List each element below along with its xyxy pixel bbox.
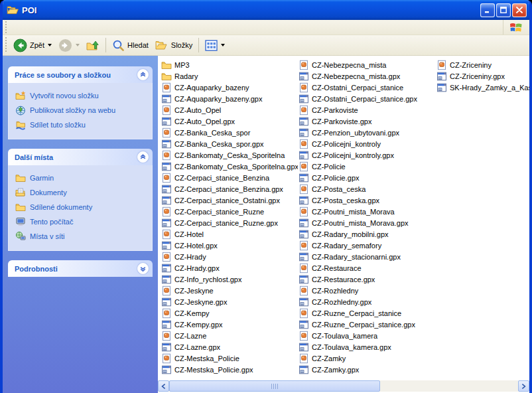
file-item[interactable]: CZ-Jeskyne [161,285,298,296]
file-item[interactable]: CZ-Cerpaci_stanice_Ostatni.gpx [161,195,298,206]
file-item[interactable]: CZ-Banka_Ceska_spor.gpx [161,138,298,149]
file-item[interactable]: CZ-Auto_Opel.gpx [161,116,298,127]
scrollbar-track[interactable] [380,380,518,392]
file-item[interactable]: CZ-Policie [299,161,435,172]
file-item[interactable]: CZ-Posta_ceska [299,183,435,195]
forward-button[interactable] [55,37,83,54]
file-item[interactable]: SK-Hrady_Zamky_a_Kast [436,82,529,93]
maximize-button[interactable] [496,3,511,17]
file-item[interactable]: CZ-Parkoviste.gpx [299,116,435,127]
file-item[interactable]: CZ-Policie.gpx [299,172,435,183]
forward-dropdown-icon[interactable] [76,44,80,46]
views-dropdown-icon[interactable] [221,44,225,46]
file-item[interactable]: CZ-Poutni_mista_Morava.gpx [299,217,435,228]
folders-button[interactable]: Složky [152,38,196,53]
sidebar-item[interactable]: Sdílené dokumenty [15,200,149,214]
poi-file-icon [161,206,172,217]
file-item[interactable]: CZ-Zriceniny [436,59,529,70]
file-item[interactable]: CZ-Posta_ceska.gpx [299,195,435,206]
file-name: CZ-Toulava_kamera.gpx [312,343,391,351]
menubar-grip[interactable] [4,21,8,33]
sidebar-item[interactable]: Vytvořit novou složku [15,88,149,103]
file-item[interactable]: CZ-Nebezpecna_mista [299,59,435,70]
file-item[interactable]: CZ-Rozhledny [299,285,435,296]
file-item[interactable]: CZ-Zriceniny.gpx [436,70,529,82]
file-item[interactable]: CZ-Mestska_Policie.gpx [161,364,298,375]
file-name: CZ-Jeskyne.gpx [174,298,227,306]
file-item[interactable]: CZ-Mestska_Policie [161,353,298,364]
file-item[interactable]: CZ-Cerpaci_stanice_Benzina.gpx [161,183,298,195]
file-item[interactable]: CZ-Cerpaci_stanice_Ruzne.gpx [161,217,298,228]
title-bar[interactable]: POI [0,0,532,20]
file-item[interactable]: CZ-Toulava_kamera.gpx [299,341,435,353]
file-list-area[interactable]: CZ-ZriceninyCZ-Zriceniny.gpxSK-Hrady_Zam… [158,56,529,393]
file-item[interactable]: CZ-Aquaparky_bazeny.gpx [161,93,298,104]
back-button[interactable]: Zpět [10,37,55,54]
file-item[interactable]: CZ-Radary_semafory [299,240,435,251]
file-item[interactable]: CZ-Kempy.gpx [161,319,298,330]
sidebar-item[interactable]: Dokumenty [15,185,149,200]
scroll-right-button[interactable] [518,380,529,392]
file-item[interactable]: CZ-Cerpaci_stanice_Ruzne [161,206,298,217]
file-item[interactable]: CZ-Banka_Ceska_spor [161,127,298,138]
back-dropdown-icon[interactable] [48,44,52,46]
file-item[interactable]: CZ-Poutni_mista_Morava [299,206,435,217]
file-item[interactable]: CZ-Penzion_ubytovani.gpx [299,127,435,138]
folder-item[interactable]: Radary [161,70,298,82]
sidebar-item[interactable]: Místa v síti [15,229,149,244]
file-item[interactable]: CZ-Radary_mobilni.gpx [299,228,435,240]
file-item[interactable]: CZ-Bankomaty_Ceska_Sporitelna [161,149,298,161]
file-item[interactable]: CZ-Ruzne_Cerpaci_stanice.gpx [299,319,435,330]
file-item[interactable]: CZ-Kempy [161,307,298,319]
panel-header-details[interactable]: Podrobnosti [8,260,153,277]
views-button[interactable] [202,39,228,52]
file-item[interactable]: CZ-Ostatni_Cerpaci_stanice.gpx [299,93,435,104]
folder-item[interactable]: MP3 [161,59,298,70]
file-item[interactable]: CZ-Aquaparky_bazeny [161,82,298,93]
gpx-file-icon [161,240,172,251]
close-button[interactable] [512,3,527,17]
file-item[interactable]: CZ-Rozhledny.gpx [299,296,435,307]
collapse-button[interactable] [137,69,149,80]
file-name: CZ-Hotel [174,230,204,238]
file-item[interactable]: CZ-Hrady [161,251,298,262]
collapse-button[interactable] [137,151,149,163]
panel-header-tasks[interactable]: Práce se soubory a složkou [8,66,153,83]
file-item[interactable]: CZ-Nebezpecna_mista.gpx [299,70,435,82]
file-item[interactable]: CZ-Auto_Opel [161,104,298,116]
scrollbar-thumb[interactable] [169,380,380,392]
search-button[interactable]: Hledat [109,38,152,53]
scroll-left-button[interactable] [158,380,169,392]
file-item[interactable]: CZ-Hrady.gpx [161,262,298,274]
file-item[interactable]: CZ-Policejni_kontroly [299,138,435,149]
file-item[interactable]: CZ-Bankomaty_Ceska_Sporitelna.gpx [161,161,298,172]
file-item[interactable]: CZ-Cerpaci_stanice_Benzina [161,172,298,183]
file-item[interactable]: CZ-Info_rychlost.gpx [161,274,298,285]
toolbar-grip[interactable] [4,37,8,53]
expand-button[interactable] [137,263,149,274]
file-item[interactable]: CZ-Hotel [161,228,298,240]
file-item[interactable]: CZ-Parkoviste [299,104,435,116]
file-item[interactable]: CZ-Hotel.gpx [161,240,298,251]
file-item[interactable]: CZ-Restaurace [299,262,435,274]
file-item[interactable]: CZ-Zamky [299,353,435,364]
minimize-button[interactable] [480,3,495,17]
sidebar-item[interactable]: Tento počítač [15,214,149,229]
panel-header-places[interactable]: Další místa [8,149,153,165]
file-item[interactable]: CZ-Zamky.gpx [299,364,435,375]
sidebar-item[interactable]: Garmin [15,171,149,185]
up-button[interactable] [83,38,103,53]
file-item[interactable]: CZ-Radary_stacionarni.gpx [299,251,435,262]
file-item[interactable]: CZ-Jeskyne.gpx [161,296,298,307]
file-item[interactable]: CZ-Ruzne_Cerpaci_stanice [299,307,435,319]
horizontal-scrollbar[interactable] [158,380,529,392]
file-item[interactable]: CZ-Lazne.gpx [161,341,298,353]
file-item[interactable]: CZ-Restaurace.gpx [299,274,435,285]
file-item[interactable]: CZ-Toulava_kamera [299,330,435,341]
file-item[interactable]: CZ-Lazne [161,330,298,341]
file-name: CZ-Bankomaty_Ceska_Sporitelna.gpx [174,163,298,171]
sidebar-item[interactable]: Sdílet tuto složku [15,118,149,132]
file-item[interactable]: CZ-Ostatni_Cerpaci_stanice [299,82,435,93]
sidebar-item[interactable]: Publikovat složky na webu [15,103,149,118]
file-item[interactable]: CZ-Policejni_kontroly.gpx [299,149,435,161]
